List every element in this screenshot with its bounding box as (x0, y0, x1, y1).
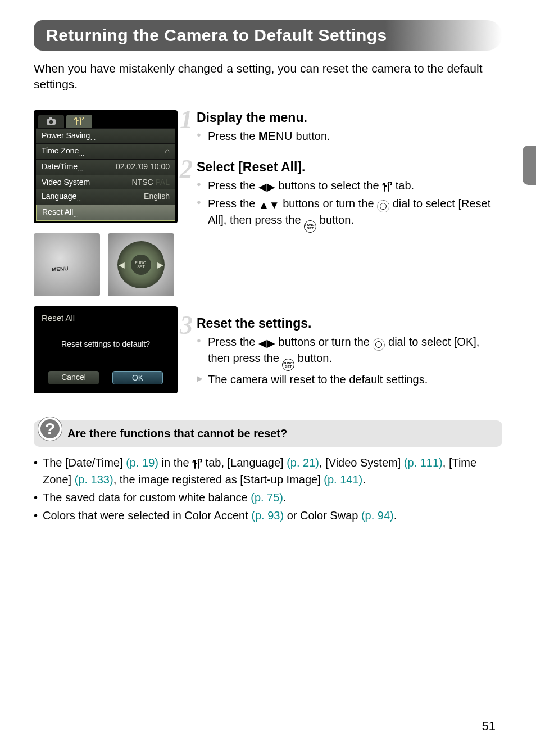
lcd-tab-camera (38, 115, 64, 128)
lcd-reset-buttons: Cancel OK (42, 371, 170, 384)
camera-photos: ◀ ▶ FUNC. SET (34, 233, 178, 296)
section-title-bar: Returning the Camera to Default Settings (34, 20, 502, 51)
step-line: Press the ▲▼ buttons or turn the dial to… (208, 196, 502, 233)
step-line: Press the ◀▶ buttons or turn the dial to… (208, 334, 502, 371)
triangle-right-icon: ▶ (157, 260, 163, 269)
lcd-reset-screenshot: Reset All Reset settings to default? Can… (34, 306, 178, 393)
func-set-icon: FUNC.SET (282, 359, 294, 371)
triangle-left-icon: ◀ (119, 260, 125, 269)
lcd-row-value: 02.02.'09 10:00 (116, 162, 170, 173)
camera-back-photo (34, 233, 100, 296)
svg-rect-1 (49, 117, 52, 120)
func-label: FUNC. (135, 261, 147, 265)
step-number: 2 (180, 154, 193, 184)
section-title: Returning the Camera to Default Settings (46, 26, 490, 45)
lcd-menu-row: LanguageEnglish (36, 189, 175, 205)
lcd-menu-row: Power Saving (36, 128, 175, 144)
tools-icon (382, 179, 392, 195)
lcd-row-label: Date/Time (42, 162, 83, 173)
lcd-row-label: Power Saving (42, 131, 96, 142)
faq-item: Colors that were selected in Color Accen… (43, 508, 502, 523)
question-mark-icon: ? (38, 417, 62, 441)
step-number: 1 (180, 105, 193, 134)
page-ref: (p. 133) (75, 473, 113, 486)
step-bullets: Press the MENU button. (197, 129, 502, 144)
step-1: 1Display the menu.Press the MENU button. (197, 110, 502, 144)
dial-icon (373, 338, 385, 351)
page-ref: (p. 141) (324, 473, 362, 486)
lcd-row-value: English (144, 192, 170, 202)
step-heading: Reset the settings. (197, 316, 502, 331)
faq-item: The saved data for custom white balance … (43, 490, 502, 505)
dial-icon (377, 200, 389, 212)
faq-heading: Are there functions that cannot be reset… (67, 427, 287, 440)
menu-button-label: MENU (258, 130, 293, 142)
right-column: 1Display the menu.Press the MENU button.… (197, 110, 502, 404)
page-ref: (p. 19) (126, 456, 158, 469)
step-3: 3Reset the settings.Press the ◀▶ buttons… (197, 316, 502, 388)
page-ref: (p. 94) (361, 509, 394, 522)
step-bullets: Press the ◀▶ buttons or turn the dial to… (197, 334, 502, 388)
lcd-menu-row: Date/Time02.02.'09 10:00 (36, 159, 175, 175)
up-down-icon: ▲▼ (258, 198, 280, 212)
func-set-icon: FUNC.SET (304, 220, 316, 233)
page-ref: (p. 21) (287, 456, 319, 469)
page-ref: (p. 75) (251, 491, 283, 504)
page-number: 51 (482, 719, 496, 734)
divider (34, 101, 502, 101)
tools-icon (74, 117, 84, 126)
faq-item: The [Date/Time] (p. 19) in the tab, [Lan… (43, 455, 502, 487)
step-line: Press the ◀▶ buttons to select the tab. (208, 178, 502, 195)
lcd-row-label: Time Zone (42, 146, 84, 157)
page-ref: (p. 111) (404, 456, 443, 469)
faq-box: ? Are there functions that cannot be res… (34, 420, 502, 523)
left-column: Power SavingTime Zone⌂Date/Time02.02.'09… (34, 110, 178, 404)
step-line: The camera will reset to the default set… (208, 372, 502, 388)
lcd-reset-title: Reset All (42, 313, 170, 323)
lcd-row-label: Language (42, 192, 82, 202)
ok-button: OK (112, 371, 163, 384)
home-icon: ⌂ (165, 146, 170, 155)
left-right-icon: ◀▶ (258, 336, 275, 351)
camera-wheel-photo: ◀ ▶ FUNC. SET (108, 233, 174, 296)
lcd-row-label: Video System (42, 178, 90, 187)
camera-icon (46, 117, 56, 125)
page-ref: (p. 93) (251, 509, 284, 522)
lcd-tab-tools (66, 115, 92, 128)
step-line: Press the MENU button. (208, 129, 502, 144)
step-heading: Display the menu. (197, 110, 502, 125)
tools-icon (192, 456, 202, 472)
content-row: Power SavingTime Zone⌂Date/Time02.02.'09… (34, 110, 502, 404)
cancel-button: Cancel (48, 371, 99, 384)
set-label: SET (137, 265, 145, 269)
lcd-row-value: NTSC PAL (132, 178, 170, 187)
lcd-reset-question: Reset settings to default? (42, 339, 170, 348)
faq-heading-bar: ? Are there functions that cannot be res… (34, 420, 502, 447)
left-right-icon: ◀▶ (258, 180, 275, 194)
step-2: 2Select [Reset All].Press the ◀▶ buttons… (197, 160, 502, 233)
lcd-menu-screenshot: Power SavingTime Zone⌂Date/Time02.02.'09… (34, 110, 178, 223)
lcd-menu-row: Time Zone⌂ (36, 143, 175, 159)
intro-text: When you have mistakenly changed a setti… (34, 61, 502, 93)
lcd-row-value: ⌂ (165, 146, 170, 157)
svg-point-2 (49, 120, 53, 123)
step-heading: Select [Reset All]. (197, 160, 502, 175)
step-bullets: Press the ◀▶ buttons to select the tab.P… (197, 178, 502, 233)
lcd-menu-row: Reset All (36, 205, 175, 221)
faq-list: The [Date/Time] (p. 19) in the tab, [Lan… (34, 455, 502, 523)
lcd-tabs (36, 112, 175, 128)
lcd-menu-row: Video SystemNTSC PAL (36, 175, 175, 189)
control-wheel: ◀ ▶ FUNC. SET (117, 241, 165, 288)
page-side-tab (523, 146, 536, 185)
lcd-row-label: Reset All (42, 207, 79, 218)
step-number: 3 (180, 310, 193, 340)
func-set-button: FUNC. SET (131, 255, 151, 275)
